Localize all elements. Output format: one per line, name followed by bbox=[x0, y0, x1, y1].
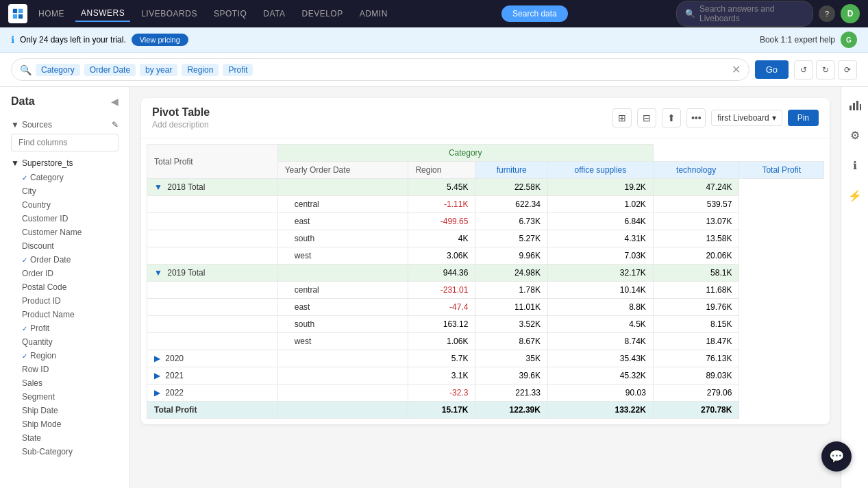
pivot-description[interactable]: Add description bbox=[152, 120, 210, 130]
tag-order-date[interactable]: Order Date bbox=[84, 64, 136, 76]
content-area: Pivot Table Add description ⊞ ⊟ ⬆ ••• fi… bbox=[130, 87, 841, 488]
item-label: Sub-Category bbox=[22, 447, 73, 456]
nav-answers[interactable]: ANSWERS bbox=[75, 5, 130, 22]
sidebar-item-quantity[interactable]: Quantity bbox=[16, 335, 129, 349]
refresh-button[interactable]: ⟳ bbox=[838, 60, 857, 80]
sidebar-item-ship-date[interactable]: Ship Date bbox=[16, 404, 129, 417]
search-icon: 🔍 bbox=[685, 9, 695, 19]
go-button[interactable]: Go bbox=[755, 60, 789, 79]
item-label: Segment bbox=[22, 392, 55, 402]
top-navigation: HOME ANSWERS LIVEBOARDS SPOTIQ DATA DEVE… bbox=[0, 0, 868, 27]
sidebar-item-sales[interactable]: Sales bbox=[16, 376, 129, 390]
column-settings-button[interactable]: ⊟ bbox=[637, 108, 656, 127]
app-logo[interactable] bbox=[8, 4, 27, 23]
more-options-button[interactable]: ••• bbox=[686, 108, 706, 127]
search-data-button[interactable]: Search data bbox=[501, 5, 568, 22]
check-icon: ✓ bbox=[22, 256, 27, 264]
sidebar-item-row-id[interactable]: Row ID bbox=[16, 363, 129, 376]
table-view-button[interactable]: ⊞ bbox=[612, 108, 632, 127]
nav-admin[interactable]: ADMIN bbox=[354, 6, 393, 21]
tech-cell: 4.31K bbox=[547, 230, 653, 247]
sources-label: Sources bbox=[22, 120, 52, 130]
nav-data[interactable]: DATA bbox=[258, 6, 290, 21]
sidebar-item-sub-category[interactable]: Sub-Category bbox=[16, 445, 129, 459]
sidebar-item-order-id[interactable]: Order ID bbox=[16, 267, 129, 280]
col-header-furniture: furniture bbox=[475, 162, 547, 179]
user-avatar[interactable]: D bbox=[841, 4, 860, 23]
source-superstore: ▼ Superstore_ts bbox=[0, 156, 129, 171]
year-toggle-2020[interactable]: ▶ bbox=[154, 354, 160, 363]
nav-develop[interactable]: DEVELOP bbox=[296, 6, 348, 21]
redo-button[interactable]: ↻ bbox=[816, 60, 835, 80]
tech-cell: 45.32K bbox=[547, 367, 653, 385]
settings-icon[interactable]: ⚙ bbox=[845, 125, 865, 145]
table-row: ▼ 2018 Total 5.45K 22.58K 19.2K 47.24K bbox=[147, 179, 824, 196]
furn-cell: -1.11K bbox=[408, 196, 475, 213]
total-cell: 19.76K bbox=[653, 299, 739, 316]
sidebar-item-product-name[interactable]: Product Name bbox=[16, 308, 129, 321]
sidebar-item-postal-code[interactable]: Postal Code bbox=[16, 280, 129, 294]
find-columns-input[interactable] bbox=[11, 134, 119, 151]
sidebar-item-customer-id[interactable]: Customer ID bbox=[16, 212, 129, 225]
sidebar-item-customer-name[interactable]: Customer Name bbox=[16, 225, 129, 239]
column-list: ✓ Category City Country Customer ID Cust… bbox=[0, 171, 129, 488]
nav-spotiiq[interactable]: SPOTIQ bbox=[208, 6, 252, 21]
furn-cell: -499.65 bbox=[408, 213, 475, 230]
year-toggle-2018[interactable]: ▼ bbox=[154, 182, 162, 192]
sidebar-item-discount[interactable]: Discount bbox=[16, 239, 129, 253]
sidebar-item-country[interactable]: Country bbox=[16, 198, 129, 212]
pin-button[interactable]: Pin bbox=[788, 110, 819, 126]
expert-help-link[interactable]: Book 1:1 expert help bbox=[760, 35, 835, 45]
tag-region[interactable]: Region bbox=[182, 64, 219, 76]
tech-cell: 19.2K bbox=[547, 179, 653, 196]
nav-liveboards[interactable]: LIVEBOARDS bbox=[136, 6, 203, 21]
sources-edit-icon[interactable]: ✎ bbox=[112, 120, 119, 130]
item-label: City bbox=[22, 186, 36, 196]
sidebar-item-ship-mode[interactable]: Ship Mode bbox=[16, 417, 129, 431]
clear-search-button[interactable]: ✕ bbox=[732, 63, 741, 76]
lightning-icon[interactable]: ⚡ bbox=[845, 186, 865, 205]
table-row: ▼ 2019 Total 944.36 24.98K 32.17K 58.1K bbox=[147, 265, 824, 282]
sidebar-collapse-button[interactable]: ◀ bbox=[111, 96, 119, 107]
total-cell: 18.47K bbox=[653, 333, 739, 350]
table-row-total: Total Profit 15.17K 122.39K 133.22K 270.… bbox=[147, 402, 824, 419]
chart-icon[interactable] bbox=[845, 95, 865, 114]
tag-by-year[interactable]: by year bbox=[140, 64, 177, 76]
search-input-area[interactable]: 🔍 Category Order Date by year Region Pro… bbox=[11, 58, 749, 81]
nav-home[interactable]: HOME bbox=[33, 6, 70, 21]
sidebar-item-category[interactable]: ✓ Category bbox=[16, 171, 129, 184]
info-icon[interactable]: ℹ bbox=[845, 156, 865, 175]
sidebar-item-order-date[interactable]: ✓ Order Date bbox=[16, 253, 129, 267]
furn-cell: 1.06K bbox=[408, 333, 475, 350]
sidebar-item-product-id[interactable]: Product ID bbox=[16, 294, 129, 308]
sidebar-item-profit[interactable]: ✓ Profit bbox=[16, 321, 129, 335]
year-cell: ▶ 2020 bbox=[147, 350, 278, 367]
total-cell: 47.24K bbox=[653, 179, 739, 196]
view-pricing-button[interactable]: View pricing bbox=[132, 34, 188, 46]
chat-button[interactable]: 💬 bbox=[821, 441, 852, 472]
year-toggle-2021[interactable]: ▶ bbox=[154, 371, 160, 380]
year-cell: ▼ 2019 Total bbox=[147, 265, 278, 282]
tech-cell: 7.03K bbox=[547, 247, 653, 265]
year-toggle-2022[interactable]: ▶ bbox=[154, 388, 160, 398]
tech-cell: 4.5K bbox=[547, 316, 653, 333]
sidebar-item-state[interactable]: State bbox=[16, 431, 129, 445]
export-button[interactable]: ⬆ bbox=[662, 108, 681, 127]
sources-section-header[interactable]: ▼ Sources ✎ bbox=[11, 120, 119, 130]
liveboard-selector[interactable]: first Liveboard ▾ bbox=[711, 110, 782, 126]
tag-profit[interactable]: Profit bbox=[223, 64, 253, 76]
svg-rect-3 bbox=[18, 14, 23, 19]
tag-category[interactable]: Category bbox=[36, 64, 80, 76]
year-toggle-2019[interactable]: ▼ bbox=[154, 268, 162, 278]
sidebar-item-region[interactable]: ✓ Region bbox=[16, 349, 129, 363]
total-cell: 89.03K bbox=[653, 367, 739, 385]
tech-cell: 6.84K bbox=[547, 213, 653, 230]
col-header-category: Category bbox=[277, 145, 653, 162]
sidebar-item-segment[interactable]: Segment bbox=[16, 390, 129, 404]
source-header[interactable]: ▼ Superstore_ts bbox=[11, 158, 119, 168]
undo-button[interactable]: ↺ bbox=[794, 60, 813, 80]
global-search-box[interactable]: 🔍 Search answers and Liveboards bbox=[676, 1, 813, 27]
help-button[interactable]: ? bbox=[819, 5, 835, 22]
col-header-technology: technology bbox=[653, 162, 739, 179]
sidebar-item-city[interactable]: City bbox=[16, 184, 129, 198]
